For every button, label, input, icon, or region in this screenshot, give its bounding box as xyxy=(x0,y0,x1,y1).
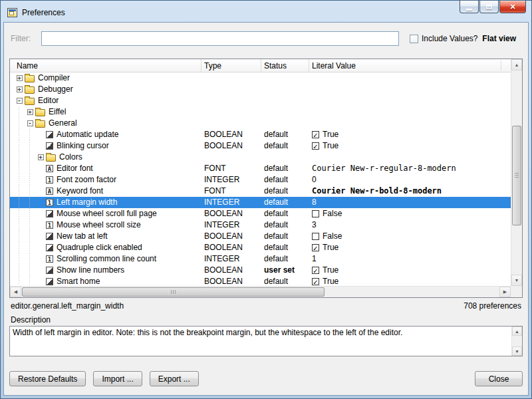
tree-indent xyxy=(14,242,35,253)
preference-name: Automatic update xyxy=(57,129,118,140)
description-scroll-up-icon[interactable]: ▲ xyxy=(512,327,522,336)
value-checkbox[interactable]: ✓ xyxy=(312,131,319,138)
expander-toggle[interactable]: + xyxy=(17,86,23,92)
tree-indent xyxy=(14,186,35,197)
tree-indent xyxy=(14,276,35,286)
tree-row[interactable]: Quadruple click enabled BOOLEAN default … xyxy=(10,242,511,253)
tree-indent xyxy=(14,163,35,174)
vertical-scroll-thumb[interactable] xyxy=(512,126,521,225)
preference-value: ✓True xyxy=(309,276,511,286)
column-header-type[interactable]: Type xyxy=(201,59,261,72)
value-checkbox[interactable]: ✓ xyxy=(312,278,319,285)
preference-name: New tab at left xyxy=(57,231,108,242)
preferences-tree: Name Type Status Literal Value + Compile… xyxy=(9,59,523,298)
minimize-icon xyxy=(466,9,472,11)
restore-defaults-button[interactable]: Restore Defaults xyxy=(9,371,86,386)
tree-row[interactable]: Left margin width INTEGER default 8 xyxy=(10,197,511,208)
scroll-left-icon[interactable]: ◀ xyxy=(10,287,21,297)
value-checkbox[interactable]: ✓ xyxy=(312,244,319,251)
description-scroll-down-icon[interactable]: ▼ xyxy=(512,346,522,356)
minimize-button[interactable] xyxy=(460,1,479,13)
tree-row[interactable]: Keyword font FONT default Courier New-r-… xyxy=(10,186,511,197)
expander-toggle[interactable]: - xyxy=(17,98,23,104)
value-checkbox[interactable] xyxy=(312,210,319,217)
preference-name: Show line numbers xyxy=(57,265,124,276)
tree-row[interactable]: - Editor xyxy=(10,95,511,106)
tree-indent xyxy=(14,197,35,208)
tree-indent xyxy=(14,118,25,129)
tree-row[interactable]: Show line numbers BOOLEAN user set ✓True xyxy=(10,265,511,276)
preference-value: ✓True xyxy=(309,140,511,152)
titlebar[interactable]: Preferences ✕ xyxy=(3,3,529,22)
scroll-right-icon[interactable]: ▶ xyxy=(499,287,511,297)
tree-row[interactable]: Smart home BOOLEAN default ✓True xyxy=(10,276,511,286)
preference-name-cell: Automatic update xyxy=(10,129,201,140)
row-icon xyxy=(46,267,53,274)
value-label: False xyxy=(323,231,342,242)
row-icon xyxy=(46,176,53,184)
preference-name-cell: + Debugger xyxy=(10,84,201,95)
tree-row[interactable]: - General xyxy=(10,118,511,129)
tree-row[interactable]: + Debugger xyxy=(10,84,511,95)
preference-name-cell: - General xyxy=(10,118,201,129)
vertical-scrollbar[interactable]: ▲ ▼ xyxy=(511,59,522,286)
preference-status: user set xyxy=(261,265,309,276)
description-box: Width of left margin in editor. Note: th… xyxy=(9,326,523,356)
filter-input[interactable] xyxy=(41,31,399,46)
expander-toggle[interactable]: + xyxy=(17,75,23,81)
preference-name: Keyword font xyxy=(57,186,103,197)
preference-name-cell: Keyword font xyxy=(10,186,201,197)
close-dialog-button[interactable]: Close xyxy=(475,371,523,386)
expander-toggle[interactable]: + xyxy=(38,154,44,160)
tree-row[interactable]: Blinking cursor BOOLEAN default ✓True xyxy=(10,140,511,152)
include-values-label: Include Values? xyxy=(422,34,478,43)
preference-type: INTEGER xyxy=(201,219,261,231)
tree-row[interactable]: Editor font FONT default Courier New-r-r… xyxy=(10,163,511,174)
tree-row[interactable]: Mouse wheel scroll size INTEGER default … xyxy=(10,219,511,231)
selected-preference-path: editor.general.left_margin_width xyxy=(11,301,124,311)
row-icon xyxy=(25,86,35,94)
maximize-button[interactable] xyxy=(479,1,499,13)
column-header-status[interactable]: Status xyxy=(261,59,309,72)
include-values-checkbox[interactable] xyxy=(410,35,418,43)
expander-toggle[interactable]: - xyxy=(27,120,33,126)
preference-name-cell: Blinking cursor xyxy=(10,140,201,152)
tree-row[interactable]: + Eiffel xyxy=(10,106,511,118)
tree-row[interactable]: Automatic update BOOLEAN default ✓True xyxy=(10,129,511,140)
value-checkbox[interactable]: ✓ xyxy=(312,267,319,274)
window-title: Preferences xyxy=(22,8,65,17)
filter-row: Filter: Include Values? Flat view xyxy=(11,31,521,47)
close-button[interactable]: ✕ xyxy=(499,1,526,13)
column-header-literal-value[interactable]: Literal Value xyxy=(309,59,511,72)
row-icon xyxy=(46,199,53,206)
column-header-name[interactable]: Name xyxy=(10,59,201,72)
value-checkbox[interactable] xyxy=(312,233,319,240)
preference-type: INTEGER xyxy=(201,197,261,208)
tree-row[interactable]: + Compiler xyxy=(10,72,511,84)
preference-name-cell: Editor font xyxy=(10,163,201,174)
tree-row[interactable]: Font zoom factor INTEGER default 0 xyxy=(10,174,511,186)
value-label: True xyxy=(323,129,338,140)
scroll-up-icon[interactable]: ▲ xyxy=(511,59,522,70)
preference-status: default xyxy=(261,276,309,286)
tree-row[interactable]: Scrolling common line count INTEGER defa… xyxy=(10,253,511,265)
value-checkbox[interactable]: ✓ xyxy=(312,142,319,150)
tree-indent xyxy=(14,174,35,186)
preference-name: Eiffel xyxy=(49,106,66,118)
import-button[interactable]: Import ... xyxy=(93,371,142,386)
scroll-down-icon[interactable]: ▼ xyxy=(511,275,522,286)
expander-toggle[interactable]: + xyxy=(27,109,33,115)
tree-row[interactable]: Mouse wheel scroll full page BOOLEAN def… xyxy=(10,208,511,219)
horizontal-scrollbar[interactable]: ◀ ▶ xyxy=(10,286,511,297)
preference-name: Editor font xyxy=(57,163,93,174)
row-icon xyxy=(25,98,35,105)
description-scrollbar[interactable]: ▲ ▼ xyxy=(511,327,522,356)
preference-name: Left margin width xyxy=(57,197,117,208)
horizontal-scroll-thumb[interactable] xyxy=(22,287,325,297)
tree-row[interactable]: New tab at left BOOLEAN default False xyxy=(10,231,511,242)
preference-name-cell: Font zoom factor xyxy=(10,174,201,186)
tree-row[interactable]: + Colors xyxy=(10,152,511,163)
preference-type: FONT xyxy=(201,163,261,174)
flat-view-button[interactable]: Flat view xyxy=(482,34,516,43)
export-button[interactable]: Export ... xyxy=(150,371,199,386)
